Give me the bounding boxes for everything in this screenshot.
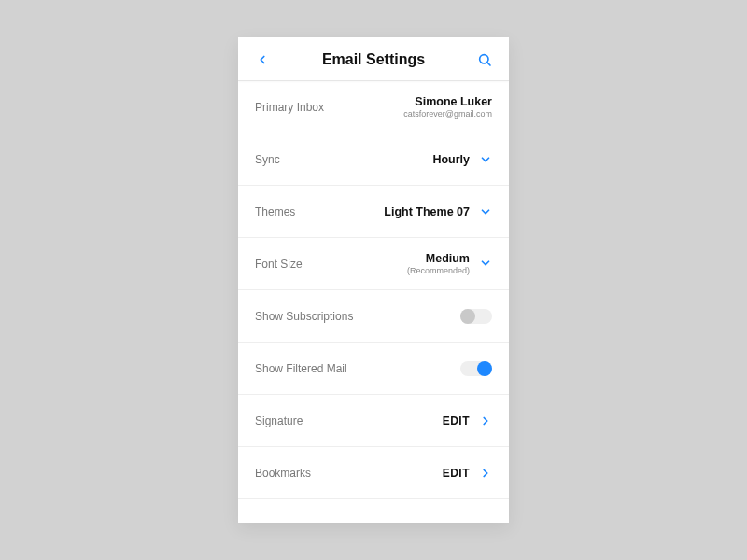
chevron-left-icon xyxy=(256,53,269,66)
back-button[interactable] xyxy=(253,50,272,69)
row-value: EDIT xyxy=(443,414,492,427)
row-value xyxy=(460,361,492,376)
row-themes[interactable]: Themes Light Theme 07 xyxy=(238,186,509,238)
search-icon xyxy=(477,52,492,67)
row-value: Medium (Recommended) xyxy=(407,252,492,276)
edit-label: EDIT xyxy=(443,467,470,480)
header-bar: Email Settings xyxy=(238,37,509,81)
row-label: Show Filtered Mail xyxy=(255,362,347,375)
row-label: Themes xyxy=(255,205,295,218)
row-sync[interactable]: Sync Hourly xyxy=(238,133,509,186)
row-show-filtered: Show Filtered Mail xyxy=(238,343,509,395)
toggle-show-subscriptions[interactable] xyxy=(460,309,492,324)
row-font-size[interactable]: Font Size Medium (Recommended) xyxy=(238,238,509,290)
row-label: Primary Inbox xyxy=(255,101,324,114)
font-size-hint: (Recommended) xyxy=(407,266,470,276)
settings-list: Primary Inbox Simone Luker catsforever@g… xyxy=(238,81,509,523)
row-label: Bookmarks xyxy=(255,467,311,480)
row-label: Font Size xyxy=(255,258,303,271)
row-primary-inbox[interactable]: Primary Inbox Simone Luker catsforever@g… xyxy=(238,81,509,133)
font-size-value: Medium (Recommended) xyxy=(407,252,470,276)
sync-value: Hourly xyxy=(432,153,470,166)
row-label: Signature xyxy=(255,414,303,427)
row-bookmarks[interactable]: Bookmarks EDIT xyxy=(238,447,509,499)
chevron-right-icon xyxy=(479,467,492,480)
theme-value: Light Theme 07 xyxy=(384,205,470,218)
row-signature[interactable]: Signature EDIT xyxy=(238,395,509,447)
row-value: EDIT xyxy=(443,467,492,480)
row-value: Hourly xyxy=(432,153,492,166)
toggle-knob xyxy=(460,309,475,324)
chevron-down-icon xyxy=(479,153,492,166)
svg-line-1 xyxy=(487,63,490,65)
row-label: Sync xyxy=(255,153,280,166)
chevron-down-icon xyxy=(479,205,492,218)
chevron-right-icon xyxy=(479,414,492,427)
row-value: Light Theme 07 xyxy=(384,205,492,218)
toggle-show-filtered[interactable] xyxy=(460,361,492,376)
account-email: catsforever@gmail.com xyxy=(403,109,492,119)
row-value: Simone Luker catsforever@gmail.com xyxy=(403,95,492,119)
edit-label: EDIT xyxy=(443,414,470,427)
toggle-knob xyxy=(477,361,492,376)
search-button[interactable] xyxy=(475,50,494,69)
page-title: Email Settings xyxy=(322,51,425,68)
settings-screen: Email Settings Primary Inbox Simone Luke… xyxy=(238,37,509,523)
row-label: Show Subscriptions xyxy=(255,310,353,323)
account-name: Simone Luker xyxy=(415,95,492,109)
font-size-current: Medium xyxy=(426,252,470,266)
row-show-subscriptions: Show Subscriptions xyxy=(238,290,509,343)
row-value xyxy=(460,309,492,324)
account-info: Simone Luker catsforever@gmail.com xyxy=(403,95,492,119)
chevron-down-icon xyxy=(479,257,492,270)
